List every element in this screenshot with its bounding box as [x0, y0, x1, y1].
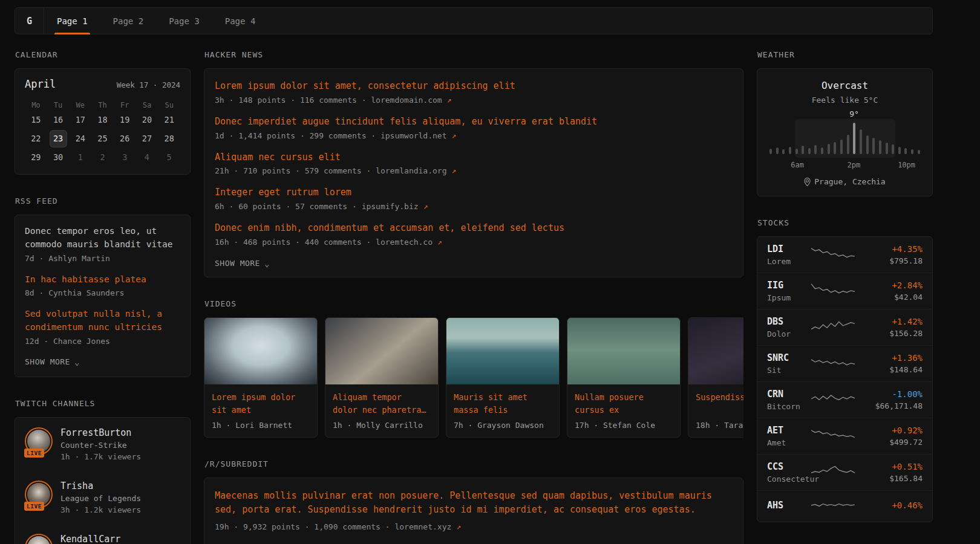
- channel-viewers: 1h · 1.7k viewers: [60, 452, 141, 461]
- tab-page-2[interactable]: Page 2: [100, 8, 157, 34]
- stock-row[interactable]: AHS +0.46%: [757, 490, 932, 522]
- weather-feels-like: Feels like 5°C: [767, 96, 923, 105]
- hn-item[interactable]: Lorem ipsum dolor sit amet, consectetur …: [215, 80, 733, 105]
- stock-row[interactable]: LDI Lorem +4.35% $795.18: [757, 237, 932, 273]
- video-thumbnail[interactable]: [567, 318, 680, 384]
- stock-name: Consectetur: [767, 474, 811, 484]
- stock-row[interactable]: SNRC Sit +1.36% $148.64: [757, 345, 932, 381]
- hn-item[interactable]: Donec enim nibh, condimentum et accumsan…: [215, 222, 733, 247]
- stock-price: $165.84: [867, 474, 923, 483]
- channel-name[interactable]: Trisha: [60, 481, 141, 491]
- stock-change: -1.00%: [867, 389, 923, 399]
- weather-peak-label: 9°: [849, 109, 859, 118]
- weather-chart: 9° 6am 2pm 10pm: [769, 109, 920, 170]
- stock-price: $66,171.48: [867, 401, 923, 410]
- chevron-down-icon: ⌄: [264, 259, 270, 268]
- stock-change: +1.42%: [867, 317, 923, 326]
- rss-meta: 12d · Chance Jones: [25, 337, 180, 346]
- hn-show-more-button[interactable]: SHOW MORE ⌄: [215, 259, 270, 268]
- avatar: LIVE: [25, 481, 53, 508]
- channel-viewers: 3h · 1.2k viewers: [60, 505, 141, 514]
- video-title[interactable]: Mauris sit amet massa felis: [454, 391, 552, 416]
- calendar-day: 2: [94, 149, 111, 166]
- stock-row[interactable]: CRN Bitcorn -1.00% $66,171.48: [757, 381, 932, 418]
- page-tabs: Page 1 Page 2 Page 3 Page 4: [44, 8, 268, 34]
- stock-row[interactable]: CCS Consectetur +0.51% $165.84: [757, 454, 932, 490]
- rss-item[interactable]: In hac habitasse platea 8d · Cynthia Sau…: [25, 273, 180, 298]
- weather-time-labels: 6am 2pm 10pm: [769, 161, 920, 170]
- video-meta: 1h · Molly Carrillo: [333, 421, 431, 430]
- hn-item[interactable]: Aliquam nec cursus elit 21h · 710 points…: [215, 151, 733, 176]
- video-card[interactable]: Suspendisse diam 18h · Tara: [688, 317, 743, 438]
- external-link-icon[interactable]: ↗: [447, 96, 452, 105]
- hackernews-section-title: HACKER NEWS: [204, 50, 743, 59]
- twitch-section-title: TWITCH CHANNELS: [15, 399, 191, 408]
- video-thumbnail[interactable]: [204, 318, 317, 384]
- rss-card: Donec tempor eros leo, ut commodo mauris…: [15, 215, 191, 377]
- external-link-icon[interactable]: ↗: [423, 202, 428, 211]
- video-card[interactable]: Lorem ipsum dolor sit amet consectetu… 1…: [204, 317, 318, 438]
- calendar-day: 5: [161, 149, 177, 166]
- left-column: CALENDAR April Week 17 · 2024 Mo Tu We T…: [15, 50, 191, 544]
- video-meta: 18h · Tara: [696, 421, 743, 430]
- twitch-section: TWITCH CHANNELS LIVE ForrestBurton Count…: [15, 399, 191, 544]
- video-card[interactable]: Mauris sit amet massa felis 7h · Grayson…: [446, 317, 560, 438]
- channel-name[interactable]: ForrestBurton: [60, 427, 141, 438]
- calendar-day: 20: [139, 112, 155, 128]
- video-thumbnail[interactable]: [325, 318, 438, 384]
- video-title[interactable]: Suspendisse diam: [696, 391, 743, 416]
- video-card[interactable]: Aliquam tempor dolor nec pharetra… 1h · …: [325, 317, 439, 438]
- avatar: LIVE: [25, 534, 53, 544]
- time-label: 6am: [791, 161, 804, 169]
- rss-headline[interactable]: Donec tempor eros leo, ut commodo mauris…: [25, 225, 180, 251]
- video-thumbnail[interactable]: [446, 318, 559, 384]
- stock-row[interactable]: IIG Ipsum +2.84% $42.04: [757, 273, 932, 309]
- calendar-day: 25: [94, 131, 111, 147]
- stock-price: $148.64: [867, 365, 923, 374]
- calendar-day: 4: [139, 149, 155, 166]
- hn-title[interactable]: Aliquam nec cursus elit: [215, 151, 733, 164]
- hn-item[interactable]: Donec imperdiet augue tincidunt felis al…: [215, 115, 733, 140]
- calendar-day: 27: [139, 131, 155, 147]
- hn-item[interactable]: Integer eget rutrum lorem 6h · 60 points…: [215, 186, 733, 211]
- stock-row[interactable]: AET Amet +0.92% $499.72: [757, 418, 932, 454]
- day-header: Th: [98, 99, 106, 112]
- rss-headline[interactable]: In hac habitasse platea: [25, 273, 180, 287]
- hn-title[interactable]: Donec enim nibh, condimentum et accumsan…: [215, 222, 733, 235]
- video-card[interactable]: Nullam posuere cursus ex 17h · Stefan Co…: [567, 317, 681, 438]
- video-title[interactable]: Aliquam tempor dolor nec pharetra…: [333, 391, 431, 416]
- weather-section-title: WEATHER: [757, 50, 933, 59]
- stock-sparkline: [811, 282, 857, 300]
- external-link-icon[interactable]: ↗: [451, 131, 456, 140]
- twitch-channel[interactable]: LIVE KendallCarr: [25, 534, 180, 544]
- stock-price: $156.28: [867, 329, 923, 338]
- tab-page-4[interactable]: Page 4: [212, 8, 269, 34]
- channel-name[interactable]: KendallCarr: [60, 534, 120, 544]
- tab-page-1[interactable]: Page 1: [44, 8, 100, 34]
- twitch-card: LIVE ForrestBurton Counter-Strike 1h · 1…: [15, 417, 191, 544]
- twitch-channel[interactable]: LIVE ForrestBurton Counter-Strike 1h · 1…: [25, 427, 180, 461]
- rss-item[interactable]: Donec tempor eros leo, ut commodo mauris…: [25, 225, 180, 263]
- external-link-icon[interactable]: ↗: [451, 166, 456, 175]
- stock-name: Lorem: [767, 257, 811, 266]
- show-more-label: SHOW MORE: [25, 357, 70, 366]
- video-thumbnail[interactable]: [688, 318, 743, 384]
- video-title[interactable]: Lorem ipsum dolor sit amet consectetu…: [212, 391, 310, 416]
- hn-title[interactable]: Integer eget rutrum lorem: [215, 186, 733, 199]
- rss-show-more-button[interactable]: SHOW MORE ⌄: [25, 357, 80, 367]
- rss-item[interactable]: Sed volutpat nulla nisl, a condimentum n…: [25, 308, 180, 346]
- tab-page-3[interactable]: Page 3: [156, 8, 212, 34]
- twitch-channel[interactable]: LIVE Trisha League of Legends 3h · 1.2k …: [25, 481, 180, 514]
- stock-row[interactable]: DBS Dolor +1.42% $156.28: [757, 309, 932, 345]
- external-link-icon[interactable]: ↗: [437, 238, 442, 247]
- external-link-icon[interactable]: ↗: [456, 522, 461, 531]
- stocks-section-title: STOCKS: [757, 218, 933, 227]
- subreddit-post-title[interactable]: Maecenas mollis pulvinar erat non posuer…: [215, 489, 733, 517]
- stock-sparkline: [811, 355, 857, 372]
- rss-headline[interactable]: Sed volutpat nulla nisl, a condimentum n…: [25, 308, 180, 334]
- hn-title[interactable]: Lorem ipsum dolor sit amet, consectetur …: [215, 80, 733, 93]
- subreddit-section: /R/SUBREDDIT Maecenas mollis pulvinar er…: [204, 459, 743, 544]
- hn-title[interactable]: Donec imperdiet augue tincidunt felis al…: [215, 115, 733, 129]
- stock-price: $795.18: [867, 256, 923, 265]
- video-title[interactable]: Nullam posuere cursus ex: [575, 391, 673, 416]
